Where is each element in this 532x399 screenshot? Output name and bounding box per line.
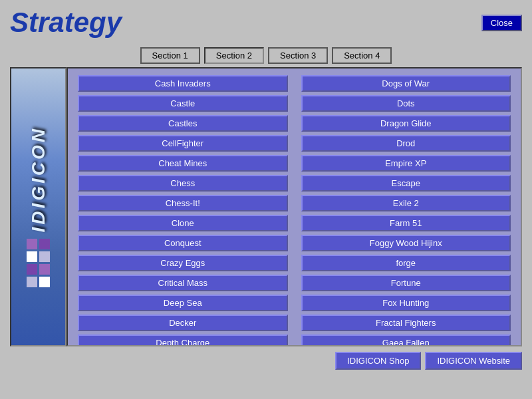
game-button[interactable]: Clone [78,215,288,231]
game-button[interactable]: Conquest [78,235,288,251]
game-list-left: Cash InvadersCastleCastlesCellFighterChe… [78,75,288,346]
sidebar-block [39,251,50,262]
close-button[interactable]: Close [481,15,522,31]
game-button[interactable]: Castles [78,115,288,132]
sidebar-block [27,264,37,275]
game-button[interactable]: Fox Hunting [301,295,511,311]
game-list-area: Cash InvadersCastleCastlesCellFighterChe… [66,67,522,346]
sidebar-blocks [27,239,50,287]
tab-section-3[interactable]: Section 3 [268,47,328,64]
sidebar-logo: IDIGICON [27,126,50,288]
game-button[interactable]: Castle [78,95,288,112]
shop-button[interactable]: IDIGICON Shop [335,352,421,370]
sidebar-block [27,239,37,249]
game-button[interactable]: Farm 51 [301,215,511,231]
game-button[interactable]: Dogs of War [301,75,511,92]
website-button[interactable]: IDIGICON Website [425,352,522,370]
game-button[interactable]: Foggy Wood Hijinx [301,235,511,251]
game-button[interactable]: Fortune [301,275,511,291]
footer: IDIGICON Shop IDIGICON Website [0,346,532,375]
game-columns: Cash InvadersCastleCastlesCellFighterChe… [78,75,511,346]
tab-section-1[interactable]: Section 1 [140,47,200,64]
game-button[interactable]: Critical Mass [78,275,288,291]
game-button[interactable]: Decker [78,315,288,331]
game-button[interactable]: Chess [78,175,288,192]
game-button[interactable]: Cash Invaders [78,75,288,92]
tab-bar: Section 1Section 2Section 3Section 4 [0,42,532,67]
game-button[interactable]: Dots [301,95,511,112]
game-button[interactable]: Exile 2 [301,195,511,211]
game-list-right: Dogs of WarDotsDragon GlideDrodEmpire XP… [301,75,511,346]
game-button[interactable]: Dragon Glide [301,115,511,132]
sidebar: IDIGICON [10,67,66,346]
sidebar-logo-text: IDIGICON [28,126,49,233]
game-button[interactable]: Cheat Mines [78,155,288,172]
sidebar-block [27,251,37,262]
game-button[interactable]: Drod [301,135,511,152]
game-button[interactable]: forge [301,255,511,271]
game-button[interactable]: Fractal Fighters [301,315,511,331]
game-button[interactable]: Depth Charge [78,334,288,346]
main-area: IDIGICON Cash InvadersCastleCastlesCellF… [10,67,522,346]
game-button[interactable]: Escape [301,175,511,192]
game-button[interactable]: Crazy Eggs [78,255,288,271]
page-title: Strategy [10,7,122,39]
game-button[interactable]: Chess-It! [78,195,288,211]
game-button[interactable]: Deep Sea [78,295,288,311]
game-button[interactable]: Gaea Fallen [301,334,511,346]
game-button[interactable]: CellFighter [78,135,288,152]
sidebar-block [27,277,37,287]
tab-section-2[interactable]: Section 2 [204,47,264,64]
sidebar-block [39,264,50,275]
game-button[interactable]: Empire XP [301,155,511,172]
tab-section-4[interactable]: Section 4 [332,47,392,64]
sidebar-block [39,277,50,287]
sidebar-block [39,239,50,249]
